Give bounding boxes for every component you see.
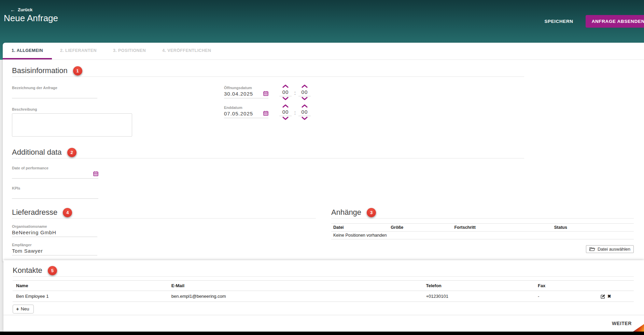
contact-email: ben.empl1@beneering.com [168, 291, 423, 302]
section-anhaenge: Anhänge 3 Datei Größe Fortschritt Status [331, 208, 634, 253]
contact-fax: - [534, 291, 578, 302]
section-title-kontakte: Kontakte [13, 266, 42, 275]
submit-request-button[interactable]: ANFRAGE ABSENDEN [586, 15, 644, 28]
empfaenger-label: Empfänger [12, 243, 97, 247]
back-label: Zurück [18, 7, 32, 12]
opening-date-row: Öffnungsdatum [224, 86, 311, 101]
opening-date-label: Öffnungsdatum [224, 86, 268, 90]
attachments-empty-text: Keine Positionen vorhanden [331, 232, 634, 239]
plus-icon: + [16, 306, 19, 311]
choose-file-label: Datei auswählen [598, 247, 630, 252]
chevron-up-icon[interactable] [301, 104, 308, 108]
edit-contact-button[interactable] [601, 294, 605, 299]
opening-hour-input[interactable] [279, 88, 292, 96]
beschreibung-label: Beschreibung [12, 107, 132, 111]
attachments-empty-row: Keine Positionen vorhanden [331, 232, 634, 239]
contacts-col-name: Name [13, 281, 168, 291]
end-hour-input[interactable] [279, 108, 292, 116]
section-divider [331, 218, 634, 219]
contact-row: Ben Employee 1 ben.empl1@beneering.com +… [13, 291, 634, 302]
tab-positionen[interactable]: 3. POSITIONEN [105, 43, 154, 59]
new-contact-label: Neu [21, 306, 29, 311]
section-divider [13, 276, 634, 277]
step-badge-5: 5 [48, 266, 57, 275]
section-title-additional-data: Additional data [12, 148, 62, 157]
tab-content: Basisinformation 1 Bezeichnung der Anfra… [3, 60, 644, 274]
attachments-col-fortschritt: Fortschritt [452, 224, 552, 232]
folder-open-icon [589, 247, 595, 251]
opening-date-input[interactable] [224, 90, 262, 97]
organisationsname-input[interactable] [12, 228, 97, 237]
attachments-col-actions [619, 224, 634, 232]
delete-contact-button[interactable]: ✖ [607, 294, 611, 299]
time-colon: : [294, 84, 296, 96]
page-title: Neue Anfrage [4, 13, 58, 24]
kontakte-panel: Kontakte 5 Name E-Mail Telefon Fax [3, 260, 644, 332]
chevron-up-icon[interactable] [301, 84, 308, 88]
section-divider [12, 158, 524, 158]
back-link[interactable]: ← Zurück [10, 7, 32, 12]
step-badge-2: 2 [67, 148, 76, 157]
calendar-icon[interactable] [263, 111, 268, 116]
bezeichnung-label: Bezeichnung der Anfrage [12, 86, 132, 90]
main-card: 1. ALLGEMEIN 2. LIEFERANTEN 3. POSITIONE… [3, 43, 644, 261]
chevron-up-icon[interactable] [282, 104, 289, 108]
beschreibung-textarea[interactable] [12, 113, 132, 137]
chevron-down-icon[interactable] [282, 96, 289, 101]
section-title-anhaenge: Anhänge [331, 208, 361, 217]
header-actions: SPEICHERN ANFRAGE ABSENDEN [542, 15, 644, 28]
step-badge-1: 1 [73, 66, 82, 75]
chevron-down-icon[interactable] [282, 116, 289, 121]
tab-lieferanten[interactable]: 2. LIEFERANTEN [52, 43, 105, 59]
bottom-black-bar [0, 332, 644, 335]
calendar-icon[interactable] [263, 91, 268, 96]
section-basisinformation: Basisinformation 1 Bezeichnung der Anfra… [12, 66, 634, 138]
page: ← Zurück Neue Anfrage SPEICHERN ANFRAGE … [0, 0, 644, 335]
end-date-row: Enddatum [224, 106, 311, 121]
contacts-col-fax: Fax [534, 281, 578, 291]
new-contact-button[interactable]: + Neu [13, 305, 34, 313]
calendar-icon[interactable] [93, 171, 98, 176]
choose-file-button[interactable]: Datei auswählen [586, 245, 634, 253]
empfaenger-input[interactable] [12, 247, 97, 255]
step-badge-3: 3 [367, 208, 376, 217]
edit-pencil-icon [601, 294, 605, 299]
bezeichnung-input[interactable] [12, 90, 97, 98]
end-date-input[interactable] [224, 110, 262, 117]
contacts-table: Name E-Mail Telefon Fax Ben Employee 1 b… [13, 280, 634, 302]
kpis-label: KPIs [12, 186, 98, 190]
date-of-performance-input[interactable] [12, 170, 80, 177]
wizard-tabs: 1. ALLGEMEIN 2. LIEFERANTEN 3. POSITIONE… [3, 43, 644, 60]
chevron-down-icon[interactable] [301, 96, 308, 101]
contacts-col-telefon: Telefon [423, 281, 534, 291]
opening-hour-stepper [279, 84, 292, 101]
contacts-col-actions [578, 281, 634, 291]
save-button[interactable]: SPEICHERN [542, 18, 575, 24]
delete-x-icon: ✖ [607, 294, 611, 299]
end-minute-stepper [298, 104, 311, 121]
attachments-table: Datei Größe Fortschritt Status Keine Pos… [331, 223, 634, 239]
end-minute-input[interactable] [298, 108, 311, 116]
attachments-col-status: Status [552, 224, 619, 232]
opening-minute-input[interactable] [298, 88, 311, 96]
kpis-input[interactable] [12, 190, 98, 199]
back-arrow-icon: ← [10, 7, 15, 12]
tab-veroeffentlichen[interactable]: 4. VERÖFFENTLICHEN [154, 43, 219, 59]
organisationsname-label: Organisationsname [12, 224, 97, 228]
time-colon: : [294, 104, 296, 115]
end-hour-stepper [279, 104, 292, 121]
opening-minute-stepper [298, 84, 311, 101]
contact-name: Ben Employee 1 [13, 291, 168, 302]
end-date-label: Enddatum [224, 106, 268, 110]
contacts-col-email: E-Mail [168, 281, 423, 291]
tab-allgemein[interactable]: 1. ALLGEMEIN [3, 43, 52, 59]
weiter-button[interactable]: WEITER [610, 320, 634, 326]
attachments-col-datei: Datei [331, 224, 389, 232]
date-of-performance-label: Date of performance [12, 166, 98, 170]
contact-telefon: +01230101 [423, 291, 534, 302]
chevron-up-icon[interactable] [282, 84, 289, 88]
chevron-down-icon[interactable] [301, 116, 308, 121]
step-badge-4: 4 [63, 208, 72, 217]
wizard-footer: WEITER [3, 315, 644, 332]
section-title-basisinformation: Basisinformation [12, 66, 68, 75]
